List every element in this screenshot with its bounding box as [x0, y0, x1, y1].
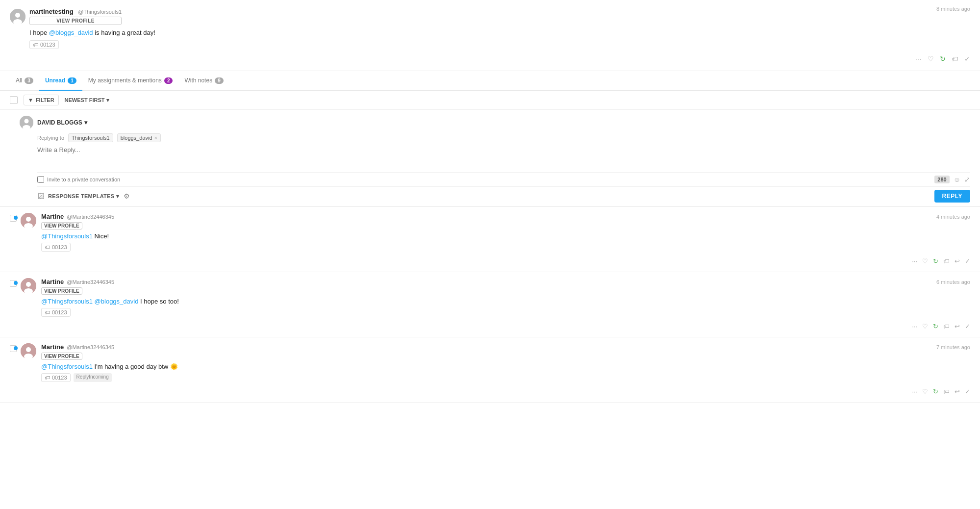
- svg-point-4: [25, 119, 29, 124]
- tweet-text: @Thingsforsouls1 I'm having a good day b…: [41, 363, 970, 370]
- image-attach-icon[interactable]: 🖼: [37, 192, 44, 200]
- select-all-checkbox[interactable]: [10, 96, 18, 104]
- more-options-icon[interactable]: ···: [916, 55, 922, 63]
- reply-tag-thingsforsouls: Thingsforsouls1: [68, 133, 113, 142]
- tab-notes-badge: 9: [215, 77, 224, 84]
- mention-link-2[interactable]: @bloggs_david: [95, 298, 139, 305]
- view-profile-btn[interactable]: VIEW PROFILE: [41, 222, 82, 229]
- tab-notes[interactable]: With notes 9: [178, 71, 229, 91]
- like-icon[interactable]: ♡: [928, 55, 934, 63]
- replying-to-row: Replying to Thingsforsouls1 bloggs_david…: [37, 133, 970, 142]
- view-profile-btn[interactable]: VIEW PROFILE: [41, 353, 82, 360]
- retweet-icon[interactable]: ↻: [933, 257, 938, 265]
- tweet-author-name: Martine: [41, 278, 64, 285]
- tab-unread[interactable]: Unread 1: [39, 71, 82, 91]
- svg-point-13: [26, 347, 31, 352]
- tweet-timestamp: 6 minutes ago: [936, 279, 970, 285]
- top-tweet-view-profile-btn[interactable]: VIEW PROFILE: [29, 17, 122, 25]
- emoji-composer-icon[interactable]: ☺: [954, 176, 960, 183]
- reply-tag-label-1: Thingsforsouls1: [72, 135, 110, 141]
- tab-assignments[interactable]: My assignments & mentions 2: [82, 71, 179, 91]
- tweet-tag: 🏷 00123: [41, 308, 71, 317]
- tweet-author-handle: @Martine32446345: [67, 214, 114, 220]
- reply-tag-remove-icon[interactable]: ×: [154, 135, 157, 141]
- top-tweet-card: martinetesting @Thingsforsouls1 VIEW PRO…: [0, 0, 980, 71]
- tweet-avatar: [21, 213, 36, 229]
- top-tweet-actions: 8 minutes ago: [936, 6, 970, 12]
- filter-label: FILTER: [36, 97, 54, 103]
- tweet-author-handle: @Martine32446345: [67, 279, 114, 285]
- tab-all-label: All: [16, 77, 22, 84]
- svg-point-7: [26, 217, 31, 222]
- tag-action-icon[interactable]: 🏷: [952, 55, 958, 63]
- top-tweet-tag: 🏷 00123: [29, 40, 59, 49]
- top-tweet-avatar: [10, 9, 25, 25]
- more-icon[interactable]: ···: [912, 388, 917, 395]
- tag-icon[interactable]: 🏷: [943, 388, 950, 395]
- reply-composer: DAVID BLOGGS ▾ Replying to Thingsforsoul…: [0, 110, 980, 207]
- composer-user-btn[interactable]: DAVID BLOGGS ▾: [37, 119, 87, 126]
- retweet-icon[interactable]: ↻: [940, 55, 946, 63]
- like-icon[interactable]: ♡: [922, 323, 928, 330]
- mention-link[interactable]: @Thingsforsouls1: [41, 232, 93, 240]
- tag-text: 00123: [52, 309, 67, 315]
- tweet-author-handle: @Martine32446345: [67, 344, 114, 350]
- retweet-icon[interactable]: ↻: [933, 388, 938, 395]
- reply-incoming-badge: ReplyIncoming: [74, 373, 112, 382]
- tab-unread-label: Unread: [45, 77, 65, 84]
- check-icon[interactable]: ✓: [965, 257, 970, 265]
- like-icon[interactable]: ♡: [922, 257, 928, 265]
- tabs-bar: All 3 Unread 1 My assignments & mentions…: [0, 71, 980, 91]
- replying-to-label: Replying to: [37, 135, 64, 141]
- check-icon[interactable]: ✓: [965, 323, 970, 330]
- tweet-list: Martine @Martine32446345 4 minutes ago V…: [0, 207, 980, 403]
- more-icon[interactable]: ···: [912, 323, 917, 330]
- reply-icon[interactable]: ↩: [955, 323, 960, 330]
- tab-unread-badge: 1: [68, 77, 76, 84]
- mention-link[interactable]: @Thingsforsouls1: [41, 363, 93, 370]
- check-icon[interactable]: ✓: [965, 388, 970, 395]
- tag-icon: 🏷: [45, 244, 50, 250]
- filter-bar: ▼ FILTER NEWEST FIRST ▾: [0, 91, 980, 110]
- check-icon[interactable]: ✓: [964, 55, 970, 63]
- reply-icon[interactable]: ↩: [955, 257, 960, 265]
- tweet-item: Martine @Martine32446345 7 minutes ago V…: [0, 337, 980, 403]
- reply-icon[interactable]: ↩: [955, 388, 960, 395]
- reply-submit-btn[interactable]: REPLY: [934, 190, 970, 203]
- reply-textarea[interactable]: [37, 146, 970, 171]
- view-profile-btn[interactable]: VIEW PROFILE: [41, 287, 82, 295]
- tab-notes-label: With notes: [184, 77, 212, 84]
- sort-button[interactable]: NEWEST FIRST ▾: [65, 97, 110, 103]
- tag-text: 00123: [52, 244, 67, 250]
- templates-label: RESPONSE TEMPLATES: [48, 193, 114, 199]
- more-icon[interactable]: ···: [912, 257, 917, 265]
- private-convo-checkbox[interactable]: [37, 176, 44, 183]
- mention-link-1[interactable]: @Thingsforsouls1: [41, 298, 93, 305]
- expand-icon[interactable]: ⤢: [964, 176, 970, 183]
- tweet-item: Martine @Martine32446345 4 minutes ago V…: [0, 207, 980, 272]
- tab-assignments-label: My assignments & mentions: [88, 77, 162, 84]
- tag-icon[interactable]: 🏷: [943, 323, 950, 330]
- like-icon[interactable]: ♡: [922, 388, 928, 395]
- gear-icon[interactable]: ⚙: [124, 192, 130, 200]
- tab-all[interactable]: All 3: [10, 71, 39, 91]
- filter-button[interactable]: ▼ FILTER: [24, 95, 59, 105]
- tag-icon[interactable]: 🏷: [943, 257, 950, 265]
- tag-icon: 🏷: [33, 42, 38, 48]
- unread-dot: [14, 346, 18, 350]
- sort-label: NEWEST FIRST: [65, 97, 105, 103]
- sort-chevron-icon: ▾: [106, 97, 109, 103]
- retweet-icon[interactable]: ↻: [933, 323, 938, 330]
- tweet-tag: 🏷 00123: [41, 373, 71, 382]
- tweet-item: Martine @Martine32446345 6 minutes ago V…: [0, 272, 980, 337]
- top-tweet-mention[interactable]: @bloggs_david: [49, 29, 93, 36]
- response-templates-btn[interactable]: RESPONSE TEMPLATES ▾: [48, 193, 120, 200]
- char-count: 280: [934, 176, 949, 183]
- svg-point-1: [15, 13, 20, 18]
- tweet-author-name: Martine: [41, 213, 64, 220]
- private-convo-label: Invite to a private conversation: [47, 177, 120, 182]
- unread-dot: [14, 281, 18, 285]
- reply-tag-bloggs[interactable]: bloggs_david ×: [117, 133, 161, 142]
- tab-assignments-badge: 2: [164, 77, 173, 84]
- tweet-timestamp: 4 minutes ago: [936, 214, 970, 220]
